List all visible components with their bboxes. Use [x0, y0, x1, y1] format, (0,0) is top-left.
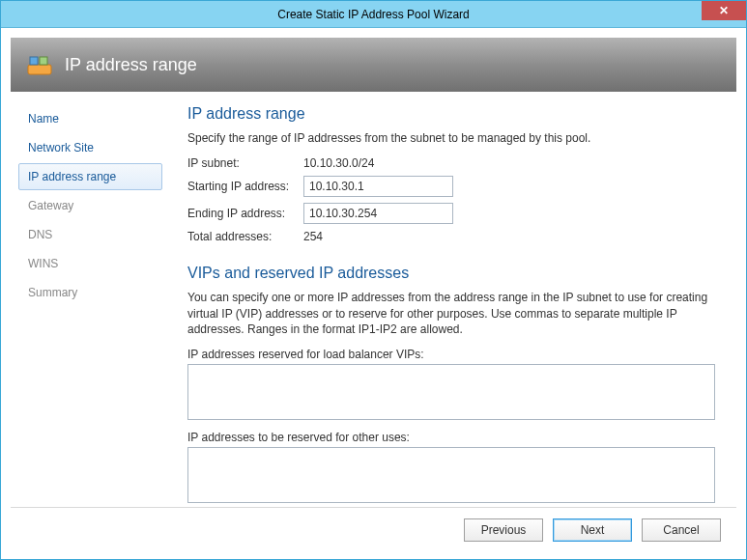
- section-heading-vips: VIPs and reserved IP addresses: [187, 265, 715, 282]
- sidebar-item-wins[interactable]: WINS: [18, 250, 162, 277]
- label-other-reserved: IP addresses to be reserved for other us…: [187, 431, 715, 444]
- sidebar-item-network-site[interactable]: Network Site: [18, 134, 162, 161]
- svg-rect-1: [30, 57, 38, 65]
- sidebar-item-name[interactable]: Name: [18, 105, 162, 132]
- label-ending-ip: Ending IP address:: [187, 207, 303, 220]
- close-button[interactable]: ✕: [702, 1, 746, 20]
- input-starting-ip[interactable]: [303, 176, 453, 197]
- section-heading-range: IP address range: [187, 105, 715, 123]
- field-row-total: Total addresses: 254: [187, 230, 715, 243]
- titlebar: Create Static IP Address Pool Wizard ✕: [1, 1, 746, 28]
- label-vips-reserved: IP addresses reserved for load balancer …: [187, 348, 715, 361]
- textarea-other-reserved[interactable]: [187, 447, 715, 503]
- field-row-subnet: IP subnet: 10.10.30.0/24: [187, 156, 715, 170]
- close-icon: ✕: [719, 4, 729, 17]
- value-ip-subnet: 10.10.30.0/24: [303, 156, 374, 170]
- sidebar: Name Network Site IP address range Gatew…: [11, 92, 170, 507]
- wizard-body: Name Network Site IP address range Gatew…: [1, 92, 746, 507]
- sidebar-item-dns[interactable]: DNS: [18, 221, 162, 248]
- header-banner: IP address range: [11, 38, 736, 92]
- sidebar-item-ip-address-range[interactable]: IP address range: [18, 163, 162, 190]
- page-title: IP address range: [65, 55, 197, 75]
- previous-button[interactable]: Previous: [464, 518, 543, 542]
- svg-rect-2: [40, 57, 47, 65]
- field-row-end: Ending IP address:: [187, 203, 715, 224]
- sidebar-item-gateway[interactable]: Gateway: [18, 192, 162, 219]
- cancel-button[interactable]: Cancel: [642, 518, 721, 542]
- sidebar-item-summary[interactable]: Summary: [18, 279, 162, 306]
- field-row-start: Starting IP address:: [187, 176, 715, 197]
- label-ip-subnet: IP subnet:: [187, 156, 303, 170]
- footer: Previous Next Cancel: [11, 507, 736, 551]
- label-total-addresses: Total addresses:: [187, 230, 303, 243]
- content-pane: IP address range Specify the range of IP…: [170, 92, 736, 507]
- textarea-vips-reserved[interactable]: [187, 364, 715, 420]
- window-title: Create Static IP Address Pool Wizard: [277, 8, 470, 21]
- svg-rect-0: [28, 65, 51, 74]
- input-ending-ip[interactable]: [303, 203, 453, 224]
- section-description-vips: You can specify one or more IP addresses…: [187, 290, 715, 338]
- label-starting-ip: Starting IP address:: [187, 180, 303, 193]
- next-button[interactable]: Next: [553, 518, 632, 542]
- wizard-window: Create Static IP Address Pool Wizard ✕ I…: [0, 0, 747, 560]
- wizard-icon: [26, 51, 53, 78]
- value-total-addresses: 254: [303, 230, 323, 243]
- section-vips: VIPs and reserved IP addresses You can s…: [187, 265, 715, 506]
- section-description-range: Specify the range of IP addresses from t…: [187, 130, 715, 147]
